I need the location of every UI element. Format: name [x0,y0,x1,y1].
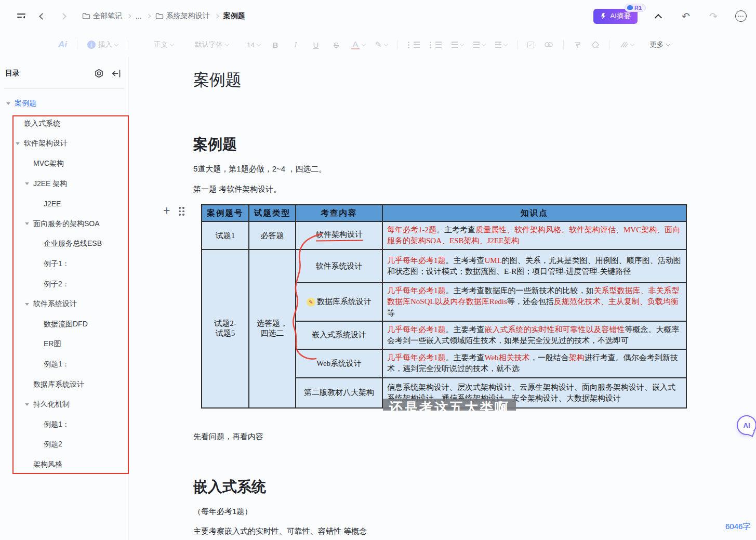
doc-paragraph[interactable]: 主要考察嵌入式的实时性、可靠性、容错性 等概念 [193,526,367,536]
ai-assistant-bubble[interactable]: AI [737,415,756,435]
hatch-fill-button[interactable] [620,41,634,48]
table-header-cell: 知识点 [382,205,686,221]
toc-item-label: 数据库系统设计 [33,380,84,389]
toc-item[interactable]: MVC架构 [0,154,128,174]
content-cell: Web系统设计 [296,349,382,378]
collapse-arrow-icon[interactable] [25,303,29,306]
toc-item-label: MVC架构 [33,159,64,168]
toc-item[interactable]: 面向服务的架构SOA [0,214,128,234]
toc-item-label: 架构风格 [33,460,62,469]
eraser-button[interactable] [591,41,600,48]
folder-icon [82,12,90,20]
breadcrumb-separator-icon [127,14,131,18]
toc-item[interactable]: 例子1： [0,254,128,274]
doc-paragraph[interactable]: 第一题 考软件架构设计。 [193,185,281,194]
exam-table: 案例题号试题类型考查内容知识点 试题1必答题软件架构设计每年必考1-2题。主考考… [201,204,687,409]
table-header-cell: 案例题号 [202,205,249,221]
strikethrough-button[interactable]: S [331,41,341,49]
toc-item[interactable]: 企业服务总线ESB [0,234,128,254]
font-color-button[interactable]: A [351,40,365,50]
toc-item-label: 例题1： [44,420,70,429]
todo-checkbox-button[interactable]: ✓ [527,42,534,48]
font-family-dropdown[interactable]: 默认字体 [195,40,229,49]
breadcrumb-separator-icon [146,14,150,18]
doc-paragraph[interactable]: （每年必考1题） [193,507,252,517]
breadcrumb-ellipsis[interactable]: ... [136,12,142,20]
align-button[interactable] [452,44,463,46]
bold-button[interactable]: B [270,41,281,49]
toc-item[interactable]: 嵌入式系统 [0,114,128,134]
toc-item[interactable]: 例题1： [0,354,128,375]
insert-button[interactable]: + 插入 [87,40,118,49]
collapse-arrow-icon[interactable] [25,182,29,185]
toc-item-label: ER图 [44,339,61,349]
more-tools-button[interactable]: 更多 [650,40,670,49]
toc-item[interactable]: 软件系统设计 [0,294,128,314]
doc-heading-caseq[interactable]: 案例题 [193,135,237,154]
collapse-sidebar-icon[interactable] [110,67,123,80]
knowledge-cell: 几乎每年必考1题。主考考查数据库的一些新技术的比较，如关系型数据库、非关系型数据… [382,283,686,321]
toc-item[interactable]: 架构风格 [0,455,128,475]
embedded-table-image[interactable]: 案例题号试题类型考查内容知识点 试题1必答题软件架构设计每年必考1-2题。主考考… [201,204,688,411]
doc-paragraph[interactable]: 先看问题，再看内容 [193,432,263,442]
toc-item[interactable]: 软件架构设计 [0,134,128,154]
collapse-arrow-icon[interactable] [25,403,29,406]
drag-handle-icon[interactable] [179,207,184,216]
forward-button[interactable] [56,9,70,23]
toc-item[interactable]: J2EE [0,194,128,214]
collapse-arrow-icon[interactable] [25,222,29,225]
link-button[interactable] [544,42,553,48]
collapse-arrow-icon[interactable] [6,102,10,105]
indent-button[interactable] [473,44,485,46]
question-type-cell: 选答题，四选二 [249,249,296,408]
more-options-icon[interactable]: ⋯ [734,9,748,23]
underline-button[interactable]: U [311,41,321,49]
ai-summary-button[interactable]: AI摘要 R1 [593,9,638,24]
toc-item[interactable]: 例题2 [0,434,128,455]
toc-item[interactable]: 数据流图DFD [0,314,128,335]
table-header-cell: 试题类型 [249,205,296,221]
toc-item-root[interactable]: 案例题 [0,94,128,114]
outline-title: 目录 [5,69,92,78]
outline-settings-icon[interactable] [92,67,105,80]
knowledge-cell: 每年必考1-2题。主考考查质量属性、软件架构风格、软件架构评估、MVC架构、面向… [382,221,686,249]
sidebar-toggle-icon[interactable] [15,9,28,23]
toc-item-label: 面向服务的架构SOA [33,219,100,229]
knowledge-cell: 几乎每年必考1题。主考考查UML的图、关系，尤其是类图、用例图、顺序图、活动图和… [382,249,686,283]
redo-icon[interactable]: ↷ [707,9,720,23]
font-size-dropdown[interactable]: 14 [247,41,260,49]
breadcrumb-root[interactable]: 全部笔记 [82,11,122,21]
breadcrumb-current: 案例题 [223,11,245,21]
add-block-icon[interactable]: + [163,205,170,217]
doc-paragraph[interactable]: 5道大题，第1题必做，2~4 ，四选二。 [193,164,326,174]
note-title[interactable]: 案例题 [193,69,242,91]
undo-icon[interactable]: ↶ [679,9,693,23]
collapse-toolbar-icon[interactable] [652,9,665,23]
toc-item-label: 软件系统设计 [33,299,77,309]
format-painter-button[interactable] [574,41,581,49]
outline-tree: 案例题 嵌入式系统软件架构设计MVC架构J2EE 架构J2EE面向服务的架构SO… [0,94,128,475]
top-bar: 全部笔记 ... 系统架构设计 案例题 AI摘要 R1 ↶ ↷ ⋯ [0,0,756,32]
highlight-pen-button[interactable]: ✎ [375,40,388,49]
back-button[interactable] [35,9,49,23]
doc-heading-embedded[interactable]: 嵌入式系统 [193,477,266,497]
toc-item[interactable]: 持久化机制 [0,394,128,415]
breadcrumb-folder[interactable]: 系统架构设计 [155,11,210,21]
toc-item[interactable]: J2EE 架构 [0,174,128,194]
toc-item[interactable]: ER图 [0,334,128,354]
line-height-button[interactable] [495,44,507,46]
toc-item-label: 持久化机制 [33,400,70,409]
toc-item-label: 数据流图DFD [44,320,88,329]
toc-item-label: J2EE [44,200,61,208]
question-number-cell: 试题2-试题5 [202,249,249,408]
toc-item[interactable]: 数据库系统设计 [0,374,128,394]
divider [4,88,124,89]
toc-item[interactable]: 例子2： [0,274,128,294]
ai-assistant-icon[interactable]: Ai [58,39,67,50]
collapse-arrow-icon[interactable] [16,142,20,145]
italic-button[interactable]: I [290,41,301,49]
paragraph-style-dropdown[interactable]: 正文 [154,40,174,49]
breadcrumb: 全部笔记 ... 系统架构设计 案例题 [82,11,245,21]
toc-item-label: 例子2： [44,280,70,289]
toc-item[interactable]: 例题1： [0,415,128,435]
